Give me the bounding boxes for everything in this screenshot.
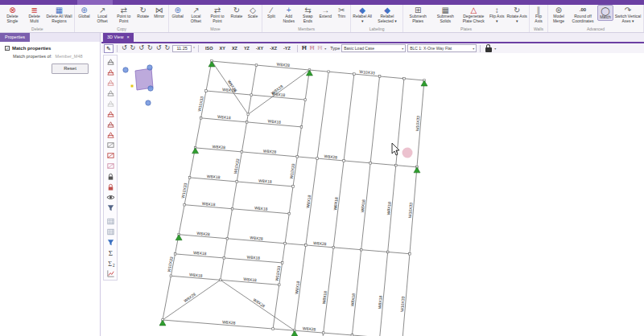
node[interactable] — [247, 113, 250, 116]
view-yz-button[interactable]: YZ — [241, 46, 253, 51]
member[interactable] — [163, 276, 171, 320]
tab-3d-view[interactable]: 3D View × — [103, 33, 134, 42]
member[interactable] — [224, 239, 227, 258]
load-case-type-dropdown[interactable]: Basic Load Case ▾ — [341, 44, 406, 52]
delete-delete-single-button[interactable]: ⊗Delete Single — [1, 5, 24, 23]
node[interactable] — [322, 332, 324, 334]
rotation-angle-input[interactable] — [172, 45, 192, 52]
view-yz-button[interactable]: -YZ — [280, 46, 294, 51]
structural-model-drawing[interactable]: W10X33W10X33W10X33W10X33W10X33W10X33W8X1… — [119, 53, 644, 336]
plates-rotate-axis-button[interactable]: ↻Rotate Axis ▾ — [506, 5, 528, 23]
member[interactable] — [212, 61, 248, 114]
move-scale-button[interactable]: ◇Scale — [245, 5, 261, 19]
advanced-model-merge-button[interactable]: ⊛Model Merge — [549, 5, 568, 23]
member[interactable] — [285, 244, 306, 245]
labeling-relabel-selected-button[interactable]: ◆Relabel Selected ▾ — [373, 5, 402, 23]
view-xy-button[interactable]: -XY — [253, 46, 266, 51]
copy-global-button[interactable]: ⊕Global — [76, 5, 92, 19]
box-unselect-icon[interactable] — [105, 150, 116, 161]
node[interactable] — [394, 164, 397, 166]
lock-dropdown-icon[interactable]: ▾ — [494, 47, 496, 51]
member[interactable] — [350, 250, 361, 336]
node[interactable] — [378, 76, 381, 78]
node[interactable] — [353, 73, 356, 76]
delete-delete-multi-button[interactable]: ≣Delete Multi — [24, 5, 45, 23]
member[interactable] — [233, 182, 237, 209]
copy-local-offset-button[interactable]: ↗Local Offset — [92, 5, 112, 23]
plates-submesh-solids-button[interactable]: ▦Submesh Solids — [431, 5, 459, 23]
node[interactable] — [305, 244, 308, 247]
unselect-members-icon[interactable] — [105, 119, 116, 129]
select-marked-icon[interactable] — [105, 129, 116, 140]
node[interactable] — [255, 64, 258, 67]
reset-button[interactable]: Reset — [52, 64, 89, 74]
node[interactable] — [288, 212, 291, 215]
move-rotate-button[interactable]: ↻Rotate — [229, 5, 245, 19]
node[interactable] — [219, 279, 221, 281]
node[interactable] — [278, 284, 280, 286]
move-local-offset-button[interactable]: ↗Local Offset — [186, 5, 206, 23]
plate-handle-4[interactable] — [146, 100, 151, 105]
members-trim-button[interactable]: ✂Trim — [333, 5, 349, 19]
lock-view-button[interactable] — [484, 44, 493, 52]
node[interactable] — [386, 251, 389, 253]
node[interactable] — [316, 158, 319, 160]
node[interactable] — [250, 94, 253, 96]
member[interactable] — [247, 95, 252, 122]
node[interactable] — [184, 203, 186, 206]
member[interactable] — [380, 76, 404, 79]
node[interactable] — [205, 90, 208, 92]
node[interactable] — [272, 328, 275, 330]
member[interactable] — [242, 122, 246, 152]
results-filter-icon[interactable] — [105, 237, 116, 248]
rotate-cw-icon-3[interactable]: ↻ — [163, 44, 171, 52]
node[interactable] — [409, 252, 411, 255]
sketch-mode-button[interactable]: ✎ — [104, 44, 114, 53]
member[interactable] — [285, 214, 289, 244]
node[interactable] — [328, 71, 330, 73]
render-wireframe-icon[interactable]: Ħ — [309, 44, 316, 52]
node[interactable] — [170, 275, 172, 277]
member[interactable] — [388, 252, 410, 253]
node[interactable] — [304, 99, 307, 101]
member[interactable] — [404, 79, 424, 80]
member[interactable] — [273, 285, 279, 329]
selection-filter-icon[interactable] — [105, 203, 116, 213]
plates-degenerate-plate-check-button[interactable]: △Degenerate Plate Check — [459, 5, 488, 23]
plate-handle-2[interactable] — [147, 65, 152, 70]
rotate-cw-icon-1[interactable]: ↻ — [130, 44, 137, 52]
member[interactable] — [361, 250, 388, 252]
sum-results-icon[interactable]: Σ — [105, 248, 116, 258]
member[interactable] — [212, 61, 256, 65]
toggle-visibility-icon[interactable] — [105, 192, 116, 203]
view-iso-button[interactable]: ISO — [202, 46, 216, 51]
model-canvas[interactable]: W10X33W10X33W10X33W10X33W10X33W10X33W8X1… — [119, 53, 644, 336]
labeling-relabel-all-button[interactable]: ◆Relabel All ▾ — [352, 5, 373, 23]
member[interactable] — [401, 254, 410, 336]
member[interactable] — [221, 258, 225, 280]
match-properties-of-value[interactable]: Member_M48 — [56, 54, 83, 59]
member[interactable] — [227, 209, 232, 239]
member[interactable] — [370, 76, 379, 163]
member[interactable] — [378, 252, 388, 336]
spreadsheet-view-2-icon[interactable] — [105, 227, 116, 237]
plates-flip-axis-button[interactable]: ↕Flip Axis ▾ — [488, 5, 506, 23]
delete-delete-all-wall-regions-button[interactable]: ▦Delete All Wall Regions — [44, 5, 73, 23]
rotate-cw-icon-2[interactable]: ↻ — [147, 44, 154, 52]
node[interactable] — [369, 162, 372, 165]
move-point-to-point-button[interactable]: ⇄Point to Point — [206, 5, 229, 23]
copy-rotate-button[interactable]: ↻Rotate — [135, 5, 151, 19]
box-select-icon[interactable] — [105, 140, 116, 150]
render-ghost-icon[interactable]: Ħ — [316, 44, 323, 52]
node[interactable] — [200, 117, 202, 120]
modify-members-icon[interactable] — [105, 77, 116, 88]
node[interactable] — [231, 207, 233, 210]
node[interactable] — [292, 186, 295, 188]
rotate-ccw-icon-2[interactable]: ↺ — [138, 44, 145, 52]
draw-members-icon[interactable] — [105, 56, 116, 67]
member[interactable] — [324, 333, 353, 335]
member[interactable] — [317, 72, 328, 158]
member[interactable] — [344, 74, 354, 161]
node[interactable] — [332, 247, 335, 249]
member[interactable] — [309, 70, 328, 72]
